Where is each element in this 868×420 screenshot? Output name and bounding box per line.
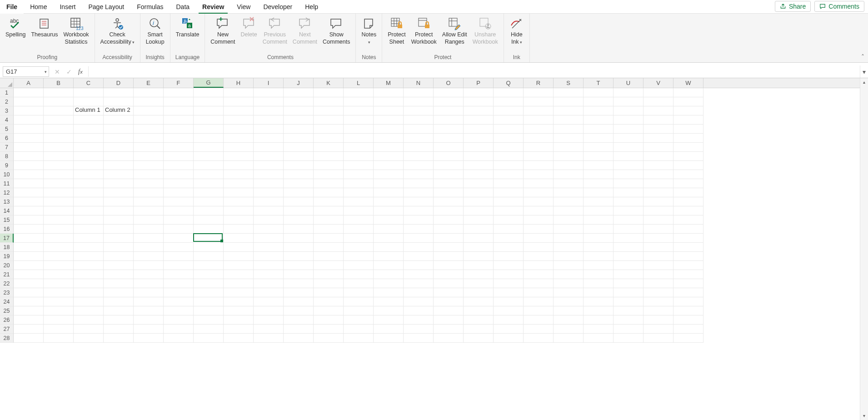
cell-S9[interactable]	[554, 161, 584, 170]
cell-A8[interactable]	[14, 152, 44, 161]
cell-M2[interactable]	[374, 97, 404, 106]
cell-A5[interactable]	[14, 125, 44, 134]
cell-L15[interactable]	[344, 215, 374, 225]
cell-M26[interactable]	[374, 315, 404, 325]
cell-U15[interactable]	[614, 215, 644, 225]
cell-A6[interactable]	[14, 134, 44, 143]
cell-O19[interactable]	[434, 252, 464, 261]
cell-C23[interactable]	[74, 288, 104, 297]
cell-O13[interactable]	[434, 197, 464, 206]
cell-R5[interactable]	[524, 125, 554, 134]
cell-I14[interactable]	[254, 206, 284, 215]
cell-J14[interactable]	[284, 206, 314, 215]
cell-B27[interactable]	[44, 325, 74, 334]
insert-function-button[interactable]: fx	[78, 68, 83, 75]
cell-Q10[interactable]	[494, 170, 524, 179]
cell-V7[interactable]	[644, 143, 673, 152]
cell-F5[interactable]	[164, 125, 194, 134]
cell-I13[interactable]	[254, 197, 284, 206]
cell-C5[interactable]	[74, 125, 104, 134]
cell-K25[interactable]	[314, 306, 344, 315]
column-header-E[interactable]: E	[134, 78, 164, 88]
row-header-2[interactable]: 2	[0, 97, 14, 106]
cell-I27[interactable]	[254, 325, 284, 334]
cell-U2[interactable]	[614, 97, 644, 106]
cell-O8[interactable]	[434, 152, 464, 161]
cell-W15[interactable]	[673, 215, 703, 225]
cell-T28[interactable]	[584, 334, 614, 343]
cell-I12[interactable]	[254, 188, 284, 197]
cell-O27[interactable]	[434, 325, 464, 334]
cell-S23[interactable]	[554, 288, 584, 297]
cell-R12[interactable]	[524, 188, 554, 197]
cell-T27[interactable]	[584, 325, 614, 334]
cell-O9[interactable]	[434, 161, 464, 170]
cell-I7[interactable]	[254, 143, 284, 152]
cell-S7[interactable]	[554, 143, 584, 152]
cell-G21[interactable]	[194, 270, 224, 279]
spelling-button[interactable]: abc Spelling	[3, 15, 28, 39]
cell-V5[interactable]	[644, 125, 673, 134]
cell-M20[interactable]	[374, 261, 404, 270]
cell-G12[interactable]	[194, 188, 224, 197]
cell-Q6[interactable]	[494, 134, 524, 143]
cell-B14[interactable]	[44, 206, 74, 215]
cell-A12[interactable]	[14, 188, 44, 197]
cell-K14[interactable]	[314, 206, 344, 215]
cell-R1[interactable]	[524, 88, 554, 97]
cell-H17[interactable]	[224, 234, 254, 243]
cell-R25[interactable]	[524, 306, 554, 315]
cell-F1[interactable]	[164, 88, 194, 97]
cell-W11[interactable]	[673, 179, 703, 188]
cell-J7[interactable]	[284, 143, 314, 152]
cell-T24[interactable]	[584, 297, 614, 306]
cell-P24[interactable]	[464, 297, 494, 306]
cell-S13[interactable]	[554, 197, 584, 206]
cell-E6[interactable]	[134, 134, 164, 143]
tab-formulas[interactable]: Formulas	[130, 0, 170, 14]
cell-U6[interactable]	[614, 134, 644, 143]
cell-W18[interactable]	[673, 243, 703, 252]
cell-K17[interactable]	[314, 234, 344, 243]
cell-P7[interactable]	[464, 143, 494, 152]
cell-I3[interactable]	[254, 106, 284, 115]
cell-T3[interactable]	[584, 106, 614, 115]
cell-K7[interactable]	[314, 143, 344, 152]
cell-H5[interactable]	[224, 125, 254, 134]
cell-E7[interactable]	[134, 143, 164, 152]
cell-R3[interactable]	[524, 106, 554, 115]
cell-W16[interactable]	[673, 225, 703, 234]
cell-F9[interactable]	[164, 161, 194, 170]
cell-C17[interactable]	[74, 234, 104, 243]
collapse-ribbon-button[interactable]: ˄	[861, 53, 864, 60]
cell-D23[interactable]	[104, 288, 134, 297]
cell-D7[interactable]	[104, 143, 134, 152]
cell-L25[interactable]	[344, 306, 374, 315]
cell-D4[interactable]	[104, 115, 134, 125]
cell-J10[interactable]	[284, 170, 314, 179]
cell-F2[interactable]	[164, 97, 194, 106]
cell-L5[interactable]	[344, 125, 374, 134]
cell-B12[interactable]	[44, 188, 74, 197]
cell-T18[interactable]	[584, 243, 614, 252]
cell-K12[interactable]	[314, 188, 344, 197]
cell-F25[interactable]	[164, 306, 194, 315]
cell-E22[interactable]	[134, 279, 164, 288]
cell-N8[interactable]	[404, 152, 434, 161]
cell-P20[interactable]	[464, 261, 494, 270]
cell-D1[interactable]	[104, 88, 134, 97]
cell-L17[interactable]	[344, 234, 374, 243]
cell-E9[interactable]	[134, 161, 164, 170]
cell-U8[interactable]	[614, 152, 644, 161]
cell-E3[interactable]	[134, 106, 164, 115]
cell-Q19[interactable]	[494, 252, 524, 261]
cell-R4[interactable]	[524, 115, 554, 125]
cell-Q25[interactable]	[494, 306, 524, 315]
cell-T20[interactable]	[584, 261, 614, 270]
column-header-N[interactable]: N	[404, 78, 434, 88]
cell-C24[interactable]	[74, 297, 104, 306]
cell-E25[interactable]	[134, 306, 164, 315]
cell-R27[interactable]	[524, 325, 554, 334]
cell-A21[interactable]	[14, 270, 44, 279]
cell-V27[interactable]	[644, 325, 673, 334]
